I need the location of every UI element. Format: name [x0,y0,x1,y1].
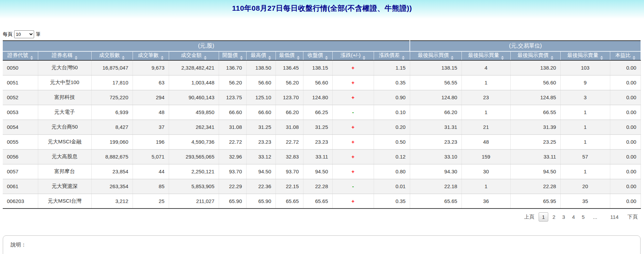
cell-value: 5,853,905 [169,179,219,194]
cell-ask-price: 66.55 [510,105,560,120]
cell-bid-volume: 48 [461,134,510,149]
cell-name: 元大中型100 [38,75,91,90]
cell-close: 22.28 [303,179,332,194]
table-row: 0053元大電子6,93948459,85066.6066.6066.2066.… [3,105,641,120]
cell-name: 元大台灣50 [38,60,91,75]
cell-high: 125.10 [246,90,276,105]
cell-low: 31.08 [276,120,303,134]
cell-volume: 8,427 [91,120,133,134]
sort-down-arrow-icon [600,58,603,60]
sort-down-arrow-icon [363,58,365,60]
cell-code: 006203 [3,194,38,209]
cell-ask-volume: 103 [560,60,610,75]
sort-down-arrow-icon [30,58,33,60]
cell-pe-ratio: 0.00 [610,179,641,194]
sort-up-arrow-icon [204,56,207,58]
pagination-page-button[interactable]: 4 [569,213,578,221]
sort-up-arrow-icon [600,56,603,58]
sort-icon [501,56,504,60]
cell-code: 0055 [3,134,38,149]
sort-down-arrow-icon [122,58,125,60]
cell-transactions: 196 [133,134,169,149]
pagination-page-current[interactable]: 1 [539,212,548,222]
sort-down-arrow-icon [402,58,405,60]
column-header-label: 證券名稱 [52,52,73,58]
cell-pe-ratio: 0.00 [610,105,641,120]
cell-change: 0.80 [374,164,410,179]
cell-value: 4,590,736 [169,134,219,149]
cell-name: 元大寶滬深 [38,179,91,194]
column-header-change[interactable]: 漲跌價差 [374,51,410,60]
per-page-label-prefix: 每頁 [3,31,12,38]
cell-open: 136.70 [219,60,246,75]
column-header-ask-price[interactable]: 最後揭示賣價 [510,51,560,60]
main-content: 每頁 10 筆 (元,股)(元,交易單位)證券代號證券名稱成交股數成交筆數成交金… [0,30,644,254]
note-label: 說明： [11,242,26,247]
column-header-low[interactable]: 最低價 [276,51,303,60]
sort-up-arrow-icon [363,56,365,58]
pagination-page-button[interactable]: 2 [550,213,558,221]
cell-volume: 199,060 [91,134,133,149]
cell-change: 0.10 [374,105,410,120]
cell-bid-volume: 36 [461,194,510,209]
cell-close: 31.25 [303,120,332,134]
cell-name: 元大高股息 [38,149,91,164]
cell-change: 1.15 [374,60,410,75]
cell-high: 94.50 [246,164,276,179]
cell-volume: 8,882,675 [91,149,133,164]
cell-bid-price: 65.65 [410,194,461,209]
sort-icon [402,56,405,60]
column-header-pe-ratio[interactable]: 本益比 [610,51,641,60]
cell-pe-ratio: 0.00 [610,75,641,90]
cell-name: 元大MSCI金融 [38,134,91,149]
column-header-name[interactable]: 證券名稱 [38,51,91,60]
cell-value: 90,460,143 [169,90,219,105]
cell-bid-price: 23.23 [410,134,461,149]
cell-transactions: 25 [133,194,169,209]
cell-value: 1,003,448 [169,75,219,90]
cell-bid-price: 31.31 [410,120,461,134]
per-page-select[interactable]: 10 [14,30,34,38]
column-header-value[interactable]: 成交金額 [169,51,219,60]
cell-name: 富邦科技 [38,90,91,105]
column-header-volume[interactable]: 成交股數 [91,51,133,60]
pagination-last-page-button[interactable]: 114 [607,213,621,221]
column-header-high[interactable]: 最高價 [246,51,276,60]
column-header-open[interactable]: 開盤價 [219,51,246,60]
column-header-transactions[interactable]: 成交筆數 [133,51,169,60]
cell-direction: + [332,134,374,149]
cell-ask-price: 31.39 [510,120,560,134]
column-header-close[interactable]: 收盤價 [303,51,332,60]
sort-up-arrow-icon [551,56,553,58]
cell-ask-volume: 9 [560,75,610,90]
cell-open: 32.96 [219,149,246,164]
pagination-prev-button[interactable]: 上頁 [521,212,537,222]
table-row: 0056元大高股息8,882,6755,071293,565,06532.963… [3,149,641,164]
column-header-bid-volume[interactable]: 最後揭示買量 [461,51,510,60]
cell-volume: 23,854 [91,164,133,179]
pagination-page-button[interactable]: 3 [560,213,568,221]
table-row: 0061元大寶滬深263,354855,853,90522.2922.3622.… [3,179,641,194]
sort-up-arrow-icon [240,56,243,58]
cell-ask-price: 138.20 [510,60,560,75]
column-header-direction[interactable]: 漲跌(+/-) [332,51,374,60]
note-box: 說明： [3,235,641,254]
pagination-page-button[interactable]: 5 [579,213,587,221]
cell-ask-volume: 35 [560,194,610,209]
sort-down-arrow-icon [75,58,77,60]
column-header-code[interactable]: 證券代號 [3,51,38,60]
cell-bid-volume: 1 [461,179,510,194]
sort-down-arrow-icon [633,58,635,60]
sort-up-arrow-icon [268,56,271,58]
cell-open: 66.60 [219,105,246,120]
sort-down-arrow-icon [297,58,300,60]
cell-volume: 3,212 [91,194,133,209]
cell-high: 66.60 [246,105,276,120]
sort-down-arrow-icon [551,58,553,60]
column-header-bid-price[interactable]: 最後揭示買價 [410,51,461,60]
sort-icon [75,56,77,60]
table-row: 0054元大台商508,42737262,34131.0831.2531.083… [3,120,641,134]
cell-name: 富邦摩台 [38,164,91,179]
column-header-ask-volume[interactable]: 最後揭示賣量 [560,51,610,60]
pagination-next-button[interactable]: 下頁 [625,212,641,222]
